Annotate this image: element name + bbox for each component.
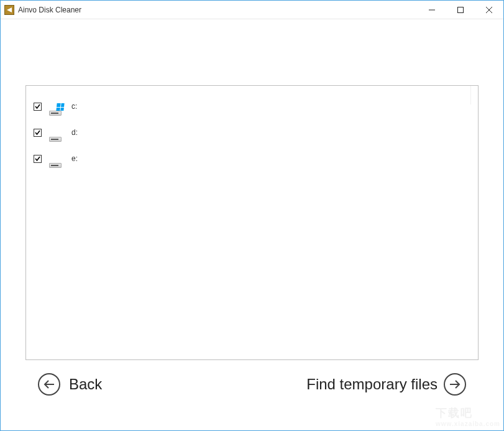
maximize-button[interactable] — [446, 1, 475, 19]
windows-logo-icon — [56, 103, 64, 111]
drive-label: c: — [71, 102, 77, 111]
window-title: Ainvo Disk Cleaner — [18, 6, 418, 14]
arrow-right-icon — [444, 373, 466, 396]
forward-label: Find temporary files — [306, 376, 438, 393]
scrollbar-stub — [470, 86, 478, 104]
window-frame: Ainvo Disk Cleaner — [0, 0, 504, 431]
drive-icon — [48, 102, 63, 119]
title-bar[interactable]: Ainvo Disk Cleaner — [1, 1, 503, 19]
footer-nav: Back Find temporary files — [25, 360, 479, 409]
drive-label: d: — [71, 128, 78, 137]
back-button[interactable]: Back — [38, 373, 102, 396]
drive-checkbox[interactable] — [34, 155, 42, 163]
list-item[interactable]: d: — [32, 128, 472, 146]
client-area: c: d: e: — [1, 19, 503, 430]
list-item[interactable]: c: — [32, 102, 472, 119]
back-label: Back — [69, 376, 102, 393]
drive-label: e: — [71, 154, 78, 163]
window-controls — [418, 1, 503, 19]
drive-list: c: d: e: — [25, 85, 479, 360]
svg-rect-1 — [458, 7, 464, 12]
close-button[interactable] — [475, 1, 503, 19]
drive-icon — [48, 128, 63, 146]
app-icon — [4, 5, 14, 15]
list-item[interactable]: e: — [32, 154, 472, 172]
drive-icon — [48, 154, 63, 172]
minimize-button[interactable] — [418, 1, 446, 19]
arrow-left-icon — [38, 373, 60, 396]
drive-checkbox[interactable] — [34, 129, 42, 137]
drive-checkbox[interactable] — [34, 103, 42, 111]
find-temp-files-button[interactable]: Find temporary files — [306, 373, 466, 396]
header-spacer — [25, 19, 479, 85]
